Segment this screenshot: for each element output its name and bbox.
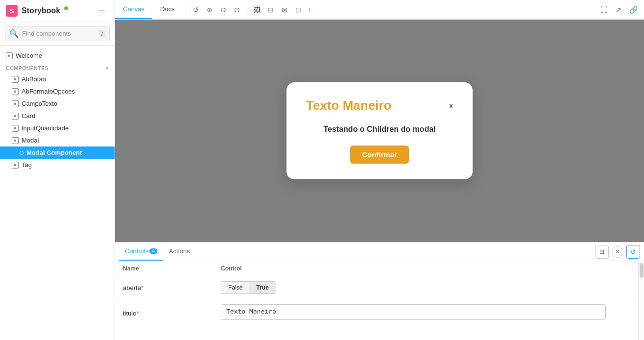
control-name-aberta: aberta* (123, 284, 221, 291)
panel-undo-button[interactable]: ↺ (626, 245, 640, 259)
toolbar-table-button[interactable]: ⊠ (278, 3, 291, 17)
abformatopcoes-tree-icon: ■ (12, 88, 19, 95)
nav-item-abformatopcoes[interactable]: ■ AbFormatoOpcoes (0, 85, 115, 97)
tab-docs[interactable]: Docs (152, 0, 183, 19)
modal-close-button[interactable]: x (449, 101, 453, 110)
search-area: 🔍 Find components / (0, 22, 115, 46)
nav-item-modal[interactable]: ■ Modal (0, 134, 115, 146)
toolbar-reset-button[interactable]: ↺ (189, 3, 203, 17)
control-input-titulo-wrap: Texto Maneiro (221, 304, 606, 322)
modal-title: Texto Maneiro (306, 98, 391, 113)
toolbar: Canvas Docs ↺ ⊕ ⊖ ⊙ 🖼 ⊟ ⊠ ⊡ (115, 0, 644, 20)
welcome-label: Welcome (16, 52, 42, 59)
toolbar-ruler-button[interactable]: ⊡ (291, 3, 305, 17)
controls-row-titulo: titulo* Texto Maneiro (115, 299, 638, 327)
zoom-out-icon: ⊖ (220, 6, 226, 14)
toggle-true-button[interactable]: True (249, 282, 275, 293)
toolbar-divider-1 (186, 5, 186, 15)
tag-label: Tag (22, 161, 32, 169)
external-link-icon: ↗ (616, 6, 621, 14)
search-box[interactable]: 🔍 Find components / (5, 26, 110, 41)
panel-scrollbar[interactable] (638, 261, 644, 340)
nav-item-inputquantidade[interactable]: ■ InputQuantidade (0, 122, 115, 134)
control-name-titulo: titulo* (123, 310, 221, 317)
fullscreen-icon: ⛶ (600, 6, 607, 14)
modal-confirm-button[interactable]: Confirmar (350, 146, 409, 164)
toolbar-grid-button[interactable]: ⊟ (264, 3, 278, 17)
campotexto-label: CampoTexto (22, 100, 57, 107)
toolbar-zoom-reset-button[interactable]: ⊙ (230, 3, 244, 17)
search-shortcut-key: / (99, 30, 105, 37)
tab-actions-label: Actions (169, 247, 190, 255)
panel-body-wrap: Name Control aberta* False True (115, 261, 644, 340)
section-label: COMPONENTES (6, 66, 48, 71)
toolbar-image-button[interactable]: 🖼 (250, 3, 264, 17)
tab-actions[interactable]: Actions (163, 243, 196, 261)
panel-tabs: Controls 4 Actions ⊟ ✕ ↺ (115, 243, 644, 261)
more-icon: ··· (99, 6, 106, 15)
inputquantidade-label: InputQuantidade (22, 124, 69, 132)
nav-item-campotexto[interactable]: ■ CampoTexto (0, 97, 115, 110)
col-control-header: Control (221, 265, 606, 272)
control-input-titulo[interactable]: Texto Maneiro (221, 304, 606, 320)
modal-component-label: Modal Component (26, 149, 82, 156)
required-star-aberta: * (141, 284, 143, 291)
sidebar: S Storybook ··· 🔍 Find components / ■ We… (0, 0, 115, 340)
controls-table: Name Control aberta* False True (115, 261, 638, 340)
close-icon: ✕ (615, 248, 620, 255)
modal-preview-card: Texto Maneiro x Testando o Children do m… (286, 82, 473, 179)
layout-icon: ⊟ (599, 248, 604, 255)
grid-icon: ⊟ (268, 6, 274, 14)
modal-component-dot-icon (20, 151, 24, 155)
panel-right-icons: ⊟ ✕ ↺ (595, 245, 640, 259)
controls-header-row: Name Control (115, 261, 638, 276)
toolbar-tabs: Canvas Docs (115, 0, 183, 19)
toolbar-zoom-in-button[interactable]: ⊕ (203, 3, 216, 17)
welcome-tree-icon: ■ (6, 52, 13, 59)
tab-canvas-label: Canvas (123, 5, 144, 13)
nav-item-welcome[interactable]: ■ Welcome (0, 49, 115, 62)
image-icon: 🖼 (254, 6, 261, 14)
toolbar-external-button[interactable]: ↗ (612, 3, 625, 17)
nav-item-modal-component[interactable]: Modal Component (0, 146, 115, 159)
toolbar-link-button[interactable]: 🔗 (626, 3, 640, 17)
modal-header: Texto Maneiro x (306, 98, 453, 113)
tab-controls-label: Controls (125, 247, 148, 255)
controls-row-aberta: aberta* False True (115, 276, 638, 299)
search-placeholder: Find components (22, 30, 96, 37)
components-section-header: COMPONENTES ▾ (0, 62, 115, 73)
toolbar-fullscreen-button[interactable]: ⛶ (597, 3, 611, 17)
sidebar-header: S Storybook ··· (0, 0, 115, 22)
table-icon: ⊠ (282, 6, 287, 14)
toolbar-divider-2 (247, 5, 247, 15)
tag-tree-icon: ■ (12, 162, 19, 169)
frame-icon: ⊢ (309, 6, 315, 14)
canvas-area: Texto Maneiro x Testando o Children do m… (115, 20, 644, 242)
tab-controls[interactable]: Controls 4 (119, 243, 163, 261)
toolbar-right: ⛶ ↗ 🔗 (597, 3, 644, 17)
toolbar-frame-button[interactable]: ⊢ (305, 3, 319, 17)
card-label: Card (22, 112, 35, 120)
main-area: Canvas Docs ↺ ⊕ ⊖ ⊙ 🖼 ⊟ ⊠ ⊡ (115, 0, 644, 340)
panel-close-button[interactable]: ✕ (612, 246, 623, 258)
panel-scrollbar-thumb (640, 263, 644, 278)
search-icon: 🔍 (9, 29, 19, 38)
nav-item-abbotao[interactable]: ■ AbBotao (0, 73, 115, 85)
toggle-false-button[interactable]: False (221, 282, 249, 293)
modal-tree-icon: ■ (12, 137, 19, 144)
nav-item-tag[interactable]: ■ Tag (0, 159, 115, 171)
abbotao-tree-icon: ■ (12, 76, 19, 83)
link-icon: 🔗 (629, 6, 638, 14)
tab-canvas[interactable]: Canvas (115, 0, 152, 19)
card-tree-icon: ■ (12, 113, 19, 120)
tab-docs-label: Docs (160, 5, 175, 13)
toolbar-zoom-out-button[interactable]: ⊖ (216, 3, 230, 17)
zoom-in-icon: ⊕ (207, 6, 213, 14)
panel-layout-button[interactable]: ⊟ (595, 245, 609, 259)
abformatopcoes-label: AbFormatoOpcoes (22, 88, 75, 95)
storybook-logo-icon: S (6, 5, 18, 17)
zoom-reset-icon: ⊙ (234, 6, 240, 14)
col-name-header: Name (123, 265, 221, 272)
more-options-button[interactable]: ··· (97, 5, 109, 17)
nav-item-card[interactable]: ■ Card (0, 110, 115, 122)
